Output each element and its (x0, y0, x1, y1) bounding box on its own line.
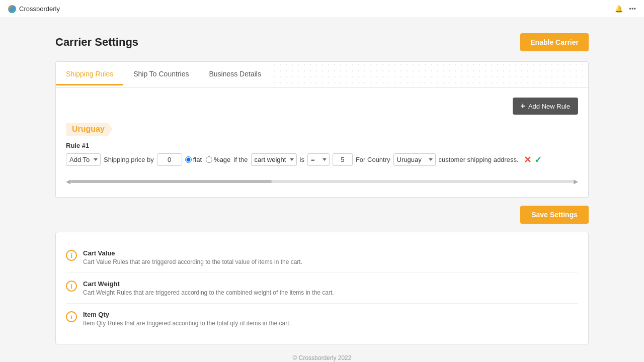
tabs-container: Shipping Rules Ship To Countries Busines… (55, 61, 589, 87)
brand: Crossborderly (8, 5, 60, 13)
save-settings-button[interactable]: Save Settings (520, 206, 589, 224)
brand-icon (8, 5, 16, 13)
scroll-indicator: ◀ ▶ (66, 176, 578, 187)
condition-field-select[interactable]: cart weight cart value item qty (251, 153, 297, 166)
rule-row: Add To Set To Shipping price by flat %ag… (66, 153, 578, 166)
radio-group: flat %age (185, 156, 231, 163)
cart-weight-desc: Cart Weight Rules that are triggered acc… (83, 289, 334, 296)
save-row: Save Settings (55, 206, 589, 224)
if-the-label: if the (233, 156, 248, 163)
scroll-track (70, 180, 574, 183)
country-label: Uruguay (66, 123, 113, 136)
brand-name: Crossborderly (19, 5, 60, 13)
info-content-cart-value: Cart Value Cart Value Rules that are tri… (83, 249, 302, 265)
list-item: i Cart Weight Cart Weight Rules that are… (66, 273, 578, 304)
add-new-rule-button[interactable]: + Add New Rule (513, 98, 578, 115)
cart-value-title: Cart Value (83, 249, 302, 257)
info-icon-cart-value: i (66, 250, 77, 261)
topbar: Crossborderly 🔔 ••• (0, 0, 644, 18)
cart-value-desc: Cart Value Rules that are triggered acco… (83, 258, 302, 265)
shipping-price-label: Shipping price by (104, 156, 154, 163)
rule-number: Rule #1 (66, 142, 578, 149)
item-qty-desc: Item Qty Rules that are triggered accord… (83, 320, 291, 327)
scroll-right-arrow[interactable]: ▶ (574, 178, 578, 185)
cancel-rule-icon[interactable]: ✕ (524, 154, 531, 165)
info-icon-item-qty: i (66, 311, 77, 322)
threshold-input[interactable] (333, 153, 353, 166)
plus-icon: + (521, 102, 525, 111)
scroll-area: ◀ ▶ (66, 176, 578, 187)
add-to-select[interactable]: Add To Set To (66, 153, 101, 166)
notification-icon[interactable]: 🔔 (615, 5, 623, 13)
percentage-radio-label[interactable]: %age (206, 156, 230, 163)
page-title: Carrier Settings (55, 36, 138, 49)
more-icon[interactable]: ••• (629, 5, 636, 13)
list-item: i Item Qty Item Qty Rules that are trigg… (66, 304, 578, 334)
footer-text: © Crossborderly 2022 (293, 354, 352, 361)
page-header: Carrier Settings Enable Carrier (55, 33, 589, 51)
country-select[interactable]: Uruguay Argentina Brazil (393, 153, 436, 166)
tabs-pattern (271, 62, 588, 87)
info-content-item-qty: Item Qty Item Qty Rules that are trigger… (83, 311, 291, 327)
operator-select[interactable]: = > < >= <= (307, 153, 330, 166)
main-content: Carrier Settings Enable Carrier Shipping… (45, 18, 599, 362)
flat-radio[interactable] (185, 156, 192, 163)
enable-carrier-button[interactable]: Enable Carrier (520, 33, 589, 51)
action-icons: ✕ ✓ (524, 154, 542, 165)
tabs-left: Shipping Rules Ship To Countries Busines… (56, 64, 271, 85)
address-label: customer shipping address. (439, 156, 519, 163)
amount-input[interactable] (157, 153, 182, 166)
for-country-label: For Country (356, 156, 390, 163)
footer: © Crossborderly 2022 (55, 344, 589, 362)
confirm-rule-icon[interactable]: ✓ (534, 154, 542, 165)
tab-ship-to-countries[interactable]: Ship To Countries (123, 64, 199, 85)
rules-card: + Add New Rule Uruguay Rule #1 Add To Se… (55, 87, 589, 198)
info-content-cart-weight: Cart Weight Cart Weight Rules that are t… (83, 280, 334, 296)
list-item: i Cart Value Cart Value Rules that are t… (66, 242, 578, 273)
cart-weight-title: Cart Weight (83, 280, 334, 288)
info-icon-cart-weight: i (66, 281, 77, 292)
item-qty-title: Item Qty (83, 311, 291, 318)
is-label: is (300, 156, 304, 163)
scroll-left-arrow[interactable]: ◀ (66, 178, 70, 185)
info-card: i Cart Value Cart Value Rules that are t… (55, 232, 589, 344)
topbar-actions: 🔔 ••• (615, 5, 636, 13)
rules-card-header: + Add New Rule (66, 98, 578, 115)
percentage-radio[interactable] (206, 156, 212, 163)
tab-business-details[interactable]: Business Details (199, 64, 271, 85)
tab-shipping-rules[interactable]: Shipping Rules (56, 64, 123, 85)
flat-radio-label[interactable]: flat (185, 156, 202, 163)
scroll-thumb (70, 180, 272, 183)
